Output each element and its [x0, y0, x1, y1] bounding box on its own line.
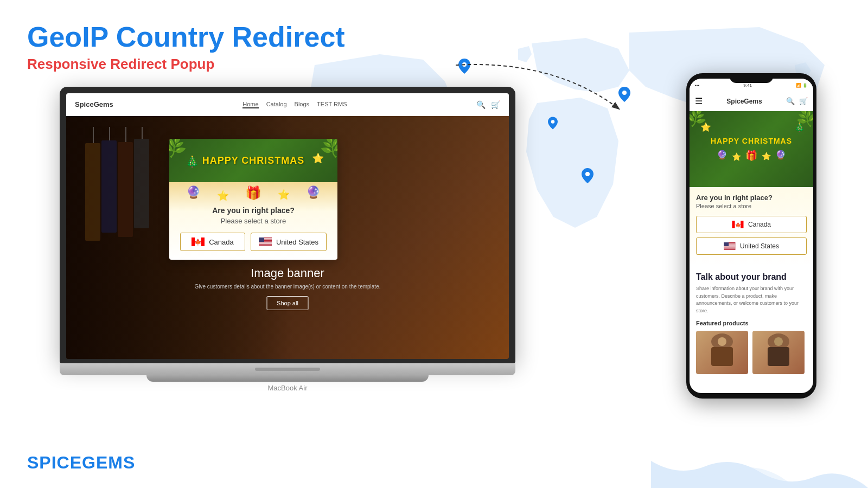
us-button-laptop[interactable]: United States [251, 233, 327, 251]
svg-rect-36 [724, 242, 729, 246]
us-flag-icon [259, 237, 272, 246]
phone-ornament-1: ⭐ [700, 122, 711, 132]
svg-point-2 [585, 172, 590, 176]
shop-all-button[interactable]: Shop all [266, 296, 309, 310]
phone-notch [730, 73, 773, 83]
ball-3: 🎁 [245, 185, 261, 202]
phone-us-flag-icon [724, 242, 736, 250]
nav-icon-group: 🔍 🛒 [476, 100, 500, 109]
ornament-right: ⭐ [312, 152, 324, 164]
nav-blogs[interactable]: Blogs [295, 101, 310, 108]
svg-rect-27 [741, 221, 743, 228]
svg-rect-12 [134, 139, 149, 228]
nav-catalog[interactable]: Catalog [266, 101, 287, 108]
popup-christmas-text: HAPPY CHRISTMAS [202, 155, 305, 166]
phone-nav: ☰ SpiceGems 🔍 🛒 [690, 92, 813, 111]
laptop-screen-outer: SpiceGems Home Catalog Blogs TEST RMS 🔍 … [60, 87, 515, 363]
svg-text:🍁: 🍁 [194, 238, 202, 246]
product-2-image [762, 333, 795, 371]
hero-desc: Give customers details about the banner … [195, 284, 381, 290]
search-icon[interactable]: 🔍 [476, 100, 486, 109]
svg-text:🍁: 🍁 [735, 222, 741, 228]
popup-question-laptop: Are you in right place? [178, 206, 329, 215]
wave-decoration [651, 423, 868, 488]
phone-popup-select: Please select a store [696, 203, 807, 209]
phone-popup-body: Are you in right place? Please select a … [690, 187, 813, 266]
phone-popup-question: Are you in right place? [696, 194, 807, 202]
nav-home[interactable]: Home [242, 101, 258, 108]
nav-test[interactable]: TEST RMS [317, 101, 347, 108]
laptop-stand [146, 375, 429, 382]
laptop-screen: SpiceGems Home Catalog Blogs TEST RMS 🔍 … [66, 93, 509, 359]
popup-select-text-laptop: Please select a store [178, 217, 329, 225]
phone-brand-text: Share information about your brand with … [696, 285, 807, 314]
canada-button-laptop[interactable]: 🍁 Canada [180, 233, 245, 251]
phone-cart-icon[interactable]: 🛒 [799, 97, 808, 105]
svg-rect-22 [259, 243, 272, 244]
phone-star-2: ⭐ [762, 152, 771, 162]
ornament-left: 🎄 [186, 155, 199, 168]
ball-1: 🔮 [186, 185, 201, 202]
signal-icon: ▪▪▪ [695, 83, 700, 88]
svg-rect-24 [259, 237, 264, 242]
svg-rect-38 [711, 347, 733, 366]
cart-icon[interactable]: 🛒 [491, 100, 500, 109]
phone-christmas-text: HAPPY CHRISTMAS [711, 137, 792, 145]
us-button-phone[interactable]: United States [696, 237, 807, 255]
phone-search-icon[interactable]: 🔍 [786, 97, 795, 105]
hero-title: Image banner [195, 266, 381, 280]
popup-buttons-laptop: 🍁 Canada [178, 233, 329, 251]
store-brand: SpiceGems [75, 100, 113, 108]
svg-rect-21 [259, 242, 272, 242]
title-black: GeoIP [27, 21, 116, 53]
phone-ornament-2: 🎄 [794, 122, 805, 132]
laptop: SpiceGems Home Catalog Blogs TEST RMS 🔍 … [60, 87, 515, 392]
title-blue: Country Redirect [116, 21, 345, 53]
svg-rect-23 [259, 245, 272, 245]
canada-label-phone: Canada [748, 221, 771, 228]
svg-rect-41 [768, 347, 789, 366]
time-display: 9:41 [743, 83, 752, 88]
phone-ball-1: 🔮 [717, 150, 727, 162]
phone-ornament-row: 🔮 ⭐ 🎁 ⭐ 🔮 [711, 150, 792, 162]
phone-screen: ▪▪▪ 9:41 📶 🔋 ☰ SpiceGems 🔍 🛒 🌿 🌿 ⭐ 🎄 [690, 79, 813, 393]
popup-header-deco: 🌿 🌿 🎄 ⭐ HAPPY CHRISTMAS [169, 139, 337, 182]
canada-flag-icon: 🍁 [192, 237, 205, 246]
nav-links: Home Catalog Blogs TEST RMS [242, 101, 347, 108]
laptop-hinge [255, 368, 320, 371]
svg-point-42 [774, 337, 783, 346]
phone-canada-flag-icon: 🍁 [732, 221, 744, 228]
popup-body: 🔮 ⭐ 🎁 ⭐ 🔮 Are you in right place? Please… [169, 182, 337, 251]
phone-hero: 🌿 🌿 ⭐ 🎄 HAPPY CHRISTMAS 🔮 ⭐ 🎁 ⭐ 🔮 [690, 111, 813, 187]
ball-4: ⭐ [278, 189, 290, 202]
phone-featured-label: Featured products [696, 320, 807, 326]
hero-text-block: Image banner Give customers details abou… [195, 266, 381, 310]
store-nav: SpiceGems Home Catalog Blogs TEST RMS 🔍 … [66, 93, 509, 116]
phone-star-1: ⭐ [732, 152, 741, 162]
phone-ball-2: 🎁 [745, 150, 757, 162]
us-label-laptop: United States [276, 238, 318, 246]
popup-laptop: 🌿 🌿 🎄 ⭐ HAPPY CHRISTMAS 🔮 ⭐ 🎁 [169, 139, 337, 260]
store-hero: Image banner Give customers details abou… [66, 116, 509, 359]
phone-menu-icon[interactable]: ☰ [695, 96, 703, 106]
svg-rect-34 [724, 247, 735, 248]
svg-point-39 [718, 337, 726, 346]
svg-rect-10 [101, 140, 117, 233]
phone-store-brand: SpiceGems [726, 98, 762, 105]
phone: ▪▪▪ 9:41 📶 🔋 ☰ SpiceGems 🔍 🛒 🌿 🌿 ⭐ 🎄 [686, 73, 816, 399]
svg-rect-35 [724, 249, 735, 249]
ball-2: ⭐ [217, 190, 229, 202]
phone-outer: ▪▪▪ 9:41 📶 🔋 ☰ SpiceGems 🔍 🛒 🌿 🌿 ⭐ 🎄 [686, 73, 816, 399]
phone-brand-title: Talk about your brand [696, 272, 807, 282]
ornament-row: 🔮 ⭐ 🎁 ⭐ 🔮 [178, 185, 329, 202]
svg-rect-11 [118, 142, 133, 237]
phone-product-1[interactable] [696, 331, 748, 374]
phone-product-2[interactable] [752, 331, 805, 374]
phone-brand-section: Talk about your brand Share information … [690, 266, 813, 381]
ball-5: 🔮 [306, 185, 321, 202]
battery-icon: 📶 🔋 [796, 83, 808, 88]
main-title: GeoIP Country Redirect [27, 22, 345, 53]
product-1-image [706, 333, 738, 371]
phone-ball-3: 🔮 [775, 150, 786, 162]
canada-button-phone[interactable]: 🍁 Canada [696, 216, 807, 233]
